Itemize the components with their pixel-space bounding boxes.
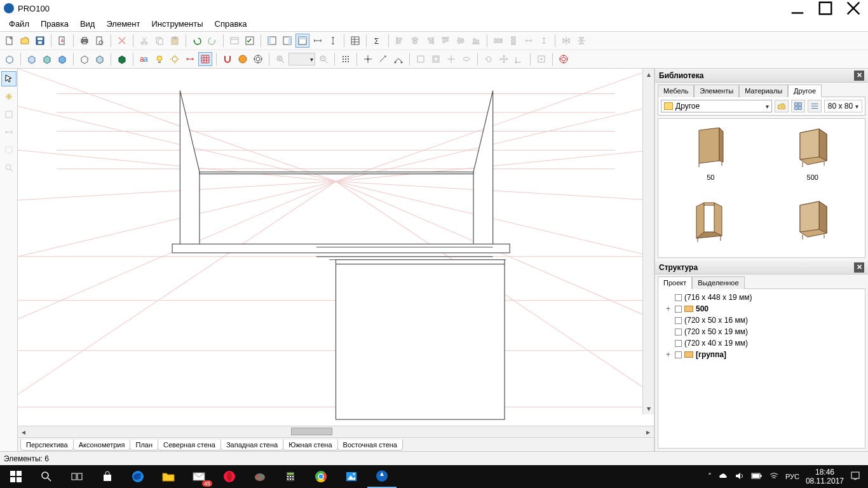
panel2-icon[interactable] <box>280 34 294 48</box>
tree-checkbox[interactable] <box>675 351 682 358</box>
axis-y-icon[interactable] <box>376 52 390 66</box>
space-h-icon[interactable] <box>522 34 536 48</box>
checklist-icon[interactable] <box>243 34 257 48</box>
tray-language[interactable]: РУС <box>785 473 799 480</box>
scroll-down-icon[interactable]: ▾ <box>644 403 654 414</box>
mail-icon[interactable]: 45 <box>184 465 214 488</box>
align-center-v-icon[interactable] <box>454 34 468 48</box>
scroll-up-icon[interactable]: ▴ <box>644 69 654 80</box>
light-icon[interactable] <box>153 52 166 66</box>
viewtab-north[interactable]: Северная стена <box>158 439 221 451</box>
window-close-button[interactable] <box>845 2 862 15</box>
pointer-tool-icon[interactable] <box>1 71 17 86</box>
explorer-icon[interactable] <box>154 465 183 488</box>
viewport-3d[interactable]: ▴ ▾ <box>18 69 654 426</box>
structure-tab-selected[interactable]: Выделенное <box>692 276 744 289</box>
zoom-out-icon[interactable] <box>316 52 330 66</box>
tree-row[interactable]: +[группа] <box>661 349 862 360</box>
align-center-h-icon[interactable] <box>408 34 422 48</box>
sum-icon[interactable]: Σ <box>370 34 384 48</box>
move-icon[interactable] <box>497 52 511 66</box>
dimension-width-icon[interactable] <box>311 34 325 48</box>
align-right-icon[interactable] <box>423 34 437 48</box>
properties-icon[interactable] <box>227 34 241 48</box>
lib-tab-materials[interactable]: Материалы <box>739 85 788 97</box>
pro100-taskbar-icon[interactable] <box>367 465 397 488</box>
tree-row[interactable]: (716 x 448 x 19 мм) <box>661 292 862 303</box>
viewtab-west[interactable]: Западная стена <box>220 439 283 451</box>
light-tool-icon[interactable] <box>1 89 17 104</box>
zoom-in-icon[interactable] <box>273 52 287 66</box>
library-item[interactable]: 50 <box>661 121 761 191</box>
library-item[interactable] <box>763 194 863 258</box>
scroll-thumb[interactable] <box>291 428 332 435</box>
library-up-folder-button[interactable] <box>775 100 789 112</box>
zoom-tool-icon[interactable] <box>1 160 17 175</box>
grid-icon[interactable] <box>198 52 212 66</box>
window-maximize-button[interactable] <box>817 2 834 15</box>
tree-checkbox[interactable] <box>675 306 682 313</box>
space-v-icon[interactable] <box>537 34 551 48</box>
dimension-tool-icon[interactable] <box>1 125 17 140</box>
tray-clock[interactable]: 18:46 08.11.2017 <box>806 468 844 486</box>
target-icon[interactable] <box>251 52 265 66</box>
measure-icon[interactable] <box>183 52 197 66</box>
distribute-h-icon[interactable] <box>491 34 505 48</box>
panel3-icon[interactable] <box>295 34 309 48</box>
new-file-icon[interactable] <box>3 34 17 48</box>
opera-icon[interactable] <box>215 465 244 488</box>
view3d-5-icon[interactable] <box>78 52 92 66</box>
axis-x-icon[interactable] <box>361 52 375 66</box>
snap2-icon[interactable] <box>429 52 443 66</box>
library-view2-button[interactable] <box>808 100 822 112</box>
redo-icon[interactable] <box>205 34 219 48</box>
structure-tab-project[interactable]: Проект <box>658 276 692 289</box>
lock-square-icon[interactable] <box>534 52 548 66</box>
structure-close-button[interactable]: ✕ <box>854 262 864 273</box>
tree-checkbox[interactable] <box>675 329 682 336</box>
panel-tool-icon[interactable] <box>1 107 17 122</box>
flip-v-icon[interactable] <box>574 34 588 48</box>
magnet-icon[interactable] <box>220 52 234 66</box>
viewtab-plan[interactable]: План <box>130 439 158 451</box>
photos-icon[interactable] <box>337 465 366 488</box>
tree-row[interactable]: (720 x 40 x 19 мм) <box>661 337 862 349</box>
tray-onedrive-icon[interactable] <box>718 471 728 483</box>
tray-wifi-icon[interactable] <box>769 471 779 483</box>
library-thumb-size[interactable]: 80 x 80▾ <box>824 100 862 112</box>
tree-expander[interactable]: + <box>666 304 672 313</box>
region-tool-icon[interactable] <box>1 142 17 158</box>
scroll-right-icon[interactable]: ▸ <box>642 427 654 437</box>
viewtab-east[interactable]: Восточная стена <box>337 439 403 451</box>
tree-checkbox[interactable] <box>675 317 682 324</box>
dots-view-icon[interactable] <box>339 52 353 66</box>
snap4-icon[interactable] <box>459 52 473 66</box>
tree-row[interactable]: (720 x 50 x 16 мм) <box>661 315 862 326</box>
snap3-icon[interactable] <box>444 52 458 66</box>
menu-element[interactable]: Элемент <box>101 18 145 30</box>
chrome-icon[interactable] <box>306 465 336 488</box>
print-preview-icon[interactable] <box>93 34 107 48</box>
align-top-icon[interactable] <box>438 34 452 48</box>
align-bottom-icon[interactable] <box>469 34 483 48</box>
table-icon[interactable] <box>348 34 362 48</box>
distribute-v-icon[interactable] <box>506 34 520 48</box>
tray-volume-icon[interactable] <box>735 471 745 483</box>
light2-icon[interactable] <box>168 52 182 66</box>
panel1-icon[interactable] <box>265 34 279 48</box>
view3d-1-icon[interactable] <box>3 52 17 66</box>
flip-h-icon[interactable] <box>559 34 573 48</box>
tree-checkbox[interactable] <box>675 294 682 301</box>
edge-icon[interactable] <box>123 465 153 488</box>
view3d-2-icon[interactable] <box>25 52 39 66</box>
print-icon[interactable] <box>78 34 92 48</box>
viewtab-perspective[interactable]: Перспектива <box>20 439 74 451</box>
view3d-6-icon[interactable] <box>93 52 107 66</box>
menu-help[interactable]: Справка <box>210 18 252 30</box>
cut-icon[interactable] <box>137 34 151 48</box>
viewtab-axo[interactable]: Аксонометрия <box>73 439 131 451</box>
library-view1-button[interactable] <box>791 100 805 112</box>
paste-icon[interactable] <box>168 34 182 48</box>
horizontal-scrollbar[interactable]: ◂ ▸ <box>18 426 654 437</box>
lib-tab-furniture[interactable]: Мебель <box>658 85 694 97</box>
